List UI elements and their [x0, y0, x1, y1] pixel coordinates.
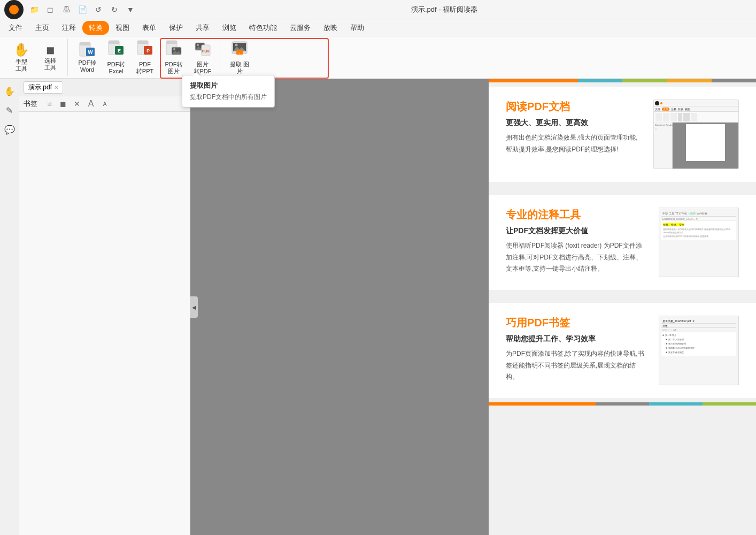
print-icon[interactable]: 🖶	[60, 3, 73, 16]
section-annotation-image: 手型 工具 TT 打字机 ✓高亮 文件转换 Datasheet_Reader_C…	[659, 208, 739, 277]
menu-protect[interactable]: 保护	[163, 21, 189, 35]
main-area: ✋ ✎ 💬 演示.pdf ✕ 书签 ◽ ◼ ✕ A A ◀	[0, 79, 756, 535]
hand-tool-button[interactable]: ✋ 手型工具	[7, 40, 35, 74]
sidebar-tab-label: 演示.pdf	[28, 83, 52, 92]
section-annotation-text: 专业的注释工具 让PDF文档发挥更大价值 使用福昕PDF阅读器 (foxit r…	[506, 208, 648, 277]
menu-form[interactable]: 表单	[136, 21, 163, 35]
menu-bar: 文件 主页 注释 转换 视图 表单 保护 共享 浏览 特色功能 云服务 放映 帮…	[0, 19, 756, 36]
menu-slideshow[interactable]: 放映	[317, 21, 344, 35]
svg-text:E: E	[118, 48, 121, 54]
hand-icon: ✋	[13, 42, 29, 57]
comment-icon[interactable]: 💬	[2, 122, 17, 137]
annotation-icon[interactable]: ✎	[2, 103, 17, 118]
undo-icon[interactable]: ↺	[92, 3, 105, 16]
svg-rect-5	[109, 41, 119, 44]
svg-rect-13	[166, 41, 177, 44]
right-scroll-area[interactable]: 阅读PDF文档 更强大、更实用、更高效 拥有出色的文档渲染效果,强大的页面管理功…	[489, 82, 756, 535]
tooltip-arrow-inner	[192, 72, 200, 76]
menu-cloud[interactable]: 云服务	[283, 21, 317, 35]
menu-share[interactable]: 共享	[189, 21, 216, 35]
menu-help[interactable]: 帮助	[344, 21, 371, 35]
pdf-to-ppt-button[interactable]: P PDF转PPT	[131, 40, 159, 74]
menu-features[interactable]: 特色功能	[243, 21, 283, 35]
sidebar: 演示.pdf ✕ 书签 ◽ ◼ ✕ A A	[19, 79, 190, 535]
sidebar-tab-demo[interactable]: 演示.pdf ✕	[24, 81, 63, 94]
menu-browse[interactable]: 浏览	[216, 21, 243, 35]
menu-view[interactable]: 视图	[109, 21, 136, 35]
color-bar-bottom	[489, 402, 756, 406]
bookmark-empty-icon[interactable]: ◽	[44, 98, 55, 109]
mini-titlebar	[654, 100, 738, 106]
sidebar-bookmark-toolbar: 书签 ◽ ◼ ✕ A A	[19, 96, 190, 112]
new-window-icon[interactable]: ◻	[44, 3, 57, 16]
extract-image-button[interactable]: ↓ 提取 图片	[226, 40, 253, 74]
extract-image-tooltip: 提取图片 提取PDF文档中的所有图片	[182, 75, 275, 108]
pdf-to-image-button[interactable]: PDF转图片	[160, 40, 188, 74]
color-bar-bottom-green	[703, 402, 756, 406]
svg-text:↓: ↓	[239, 51, 241, 55]
select-tool-label: 选择工具	[44, 57, 56, 71]
menu-file[interactable]: 文件	[2, 21, 29, 35]
mini-logo	[655, 101, 659, 105]
bookmark-x-icon[interactable]: ✕	[72, 98, 82, 109]
section-annotation-subtitle: 让PDF文档发挥更大价值	[506, 226, 648, 236]
pdf-section-read: 阅读PDF文档 更强大、更实用、更高效 拥有出色的文档渲染效果,强大的页面管理功…	[493, 87, 752, 182]
section-divider-1	[489, 186, 756, 190]
image-to-pdf-icon: PDF	[194, 40, 211, 60]
pdf-to-ppt-icon: P	[136, 40, 153, 60]
svg-text:PDF: PDF	[202, 49, 210, 54]
section-annotation: 专业的注释工具 让PDF文档发挥更大价值 使用福昕PDF阅读器 (foxit r…	[489, 195, 756, 290]
customize-icon[interactable]: ▼	[124, 3, 137, 16]
pdf-to-word-label: PDF转Word	[79, 59, 96, 73]
pdf-to-image-icon	[165, 40, 182, 60]
pdf-to-excel-label: PDF转Excel	[107, 61, 125, 75]
mini-toolbar	[654, 112, 738, 123]
toolbar-group-extract: ↓ 提取 图片	[222, 39, 257, 76]
svg-rect-9	[137, 41, 148, 44]
hand-left-icon[interactable]: ✋	[2, 83, 17, 98]
toolbar: ✋ 手型工具 ◼ 选择工具 W PDF转Word	[0, 36, 756, 79]
menu-convert[interactable]: 转换	[82, 21, 109, 35]
toolbar-group-convert: W PDF转Word E PDF转Excel	[70, 39, 220, 76]
section-read-title: 阅读PDF文档	[506, 100, 643, 114]
section-divider-2	[489, 294, 756, 299]
section-read-text: 阅读PDF文档 更强大、更实用、更高效 拥有出色的文档渲染效果,强大的页面管理功…	[506, 100, 643, 169]
hand-tool-label: 手型工具	[16, 58, 27, 72]
mini-app-screenshot: 文件 主页 注释 转换 视图	[654, 100, 738, 169]
open-folder-icon[interactable]: 📁	[28, 3, 41, 16]
section-annotation-body: 使用福昕PDF阅读器 (foxit reader) 为PDF文件添加注释,可对P…	[506, 240, 648, 275]
app-logo-inner	[9, 5, 19, 14]
pdf-to-excel-icon: E	[107, 40, 125, 60]
mini-sidebar: Datasheet_Reader_CN.d... ✕	[654, 123, 673, 169]
right-pdf-preview-panel: 阅读PDF文档 更强大、更实用、更高效 拥有出色的文档渲染效果,强大的页面管理功…	[489, 79, 756, 535]
sidebar-content	[19, 112, 190, 535]
pdf-to-excel-button[interactable]: E PDF转Excel	[102, 40, 130, 74]
app-logo	[4, 0, 24, 19]
menu-home[interactable]: 主页	[29, 21, 56, 35]
section-bookmark: 巧用PDF书签 帮助您提升工作、学习效率 为PDF页面添加书签,除了实现内容的快…	[489, 303, 756, 398]
mini-menubar: 文件 主页 注释 转换 视图	[654, 106, 738, 112]
title-bar-tools: 📁 ◻ 🖶 📄 ↺ ↻ ▼	[28, 3, 137, 16]
bookmark-filled-icon[interactable]: ◼	[58, 98, 68, 109]
font-small-icon[interactable]: A	[99, 98, 110, 109]
svg-point-15	[173, 48, 175, 50]
mini-content: Datasheet_Reader_CN.d... ✕	[654, 123, 738, 169]
section-bookmark-image: 员工手册_20120917.pdf ✕ 书签 ☐ ☐ ♡ ♢ A A ▶ 第一章…	[659, 316, 739, 385]
pdf-to-word-button[interactable]: W PDF转Word	[73, 40, 101, 74]
svg-point-18	[197, 44, 199, 46]
tooltip-title: 提取图片	[190, 81, 267, 90]
font-large-icon[interactable]: A	[86, 98, 96, 109]
menu-annotation[interactable]: 注释	[56, 21, 82, 35]
sidebar-tab-close-icon[interactable]: ✕	[54, 85, 58, 90]
select-tool-button[interactable]: ◼ 选择工具	[36, 40, 64, 74]
redo-icon[interactable]: ↻	[108, 3, 121, 16]
section-bookmark-body: 为PDF页面添加书签,除了实现内容的快速导航,书签还能指明不同书签的层级关系,展…	[506, 348, 648, 383]
new-file-icon[interactable]: 📄	[76, 3, 89, 16]
mini-pdf-view	[673, 123, 738, 169]
window-title: 演示.pdf - 福昕阅读器	[137, 5, 752, 14]
collapse-sidebar-button[interactable]: ◀	[190, 296, 198, 318]
color-bar-bottom-orange	[489, 402, 596, 406]
extract-image-label: 提取 图片	[228, 61, 251, 75]
section-read-body: 拥有出色的文档渲染效果,强大的页面管理功能,帮助提升效率,是您阅读PDF的理想选…	[506, 132, 643, 155]
image-to-pdf-button[interactable]: PDF 图片转PDF	[189, 40, 217, 74]
